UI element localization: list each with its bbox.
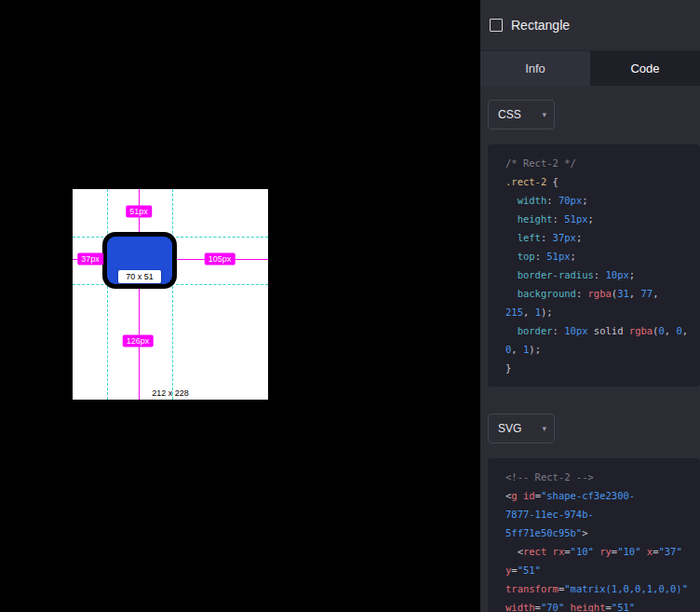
code-line: <!-- Rect-2 --> (505, 468, 696, 486)
code-line: .rect-2 { (505, 172, 696, 191)
code-line: /* Rect-2 */ (505, 154, 696, 172)
code-line: top: 51px; (505, 247, 696, 265)
code-line: border: 10px solid rgba(0, 0, (505, 321, 696, 340)
code-line: 7877-11ec-974b- (505, 505, 696, 524)
measure-label-right: 105px (205, 253, 236, 265)
layer-title: Rectangle (511, 18, 570, 33)
svg-code-block: <!-- Rect-2 --><g id="shape-cf3e2300-787… (488, 458, 700, 612)
code-line: 0, 1); (505, 340, 696, 359)
code-line: <rect rx="10" ry="10" x="37" (505, 542, 696, 561)
code-line: border-radius: 10px; (505, 265, 696, 284)
artboard-size-label: 212 x 228 (73, 388, 268, 398)
chevron-down-icon: ▾ (542, 110, 546, 119)
shape-size-tooltip: 70 x 51 (118, 270, 161, 283)
measure-label-bottom: 126px (123, 335, 154, 347)
tab-code[interactable]: Code (590, 51, 700, 86)
code-line: <g id="shape-cf3e2300- (505, 486, 696, 505)
code-line: width="70" height="51" (505, 598, 696, 612)
code-line: 215, 1); (505, 303, 696, 321)
guide-line-shape-left (107, 189, 108, 400)
code-line: } (505, 359, 696, 377)
sidebar-tabs: Info Code (480, 50, 700, 86)
css-code-block: /* Rect-2 */.rect-2 { width: 70px; heigh… (488, 144, 700, 387)
svg-format-value: SVG (498, 422, 521, 435)
guide-line-shape-right (172, 189, 173, 400)
css-format-select[interactable]: CSS ▾ (488, 100, 555, 129)
design-workspace: 70 x 51 51px 37px 105px 126px 212 x 228 … (0, 0, 700, 612)
svg-format-select[interactable]: SVG ▾ (488, 414, 555, 443)
artboard[interactable]: 70 x 51 51px 37px 105px 126px 212 x 228 (73, 189, 268, 400)
code-line: y="51" (505, 561, 696, 579)
code-line: height: 51px; (505, 210, 696, 228)
code-line: width: 70px; (505, 191, 696, 210)
css-format-value: CSS (498, 108, 521, 121)
measure-label-left: 37px (77, 253, 103, 265)
code-line: left: 37px; (505, 228, 696, 247)
layer-header: Rectangle (480, 0, 700, 50)
code-line: background: rgba(31, 77, (505, 284, 696, 303)
measure-label-top: 51px (126, 206, 152, 218)
right-sidebar: Rectangle Info Code CSS ▾ /* Rect-2 */.r… (480, 0, 700, 612)
tab-info[interactable]: Info (480, 51, 590, 86)
code-line: transform="matrix(1,0,0,1,0,0)" (505, 579, 696, 598)
code-line: 5ff71e50c95b"> (505, 524, 696, 542)
rectangle-icon (490, 19, 503, 32)
chevron-down-icon: ▾ (542, 424, 546, 433)
